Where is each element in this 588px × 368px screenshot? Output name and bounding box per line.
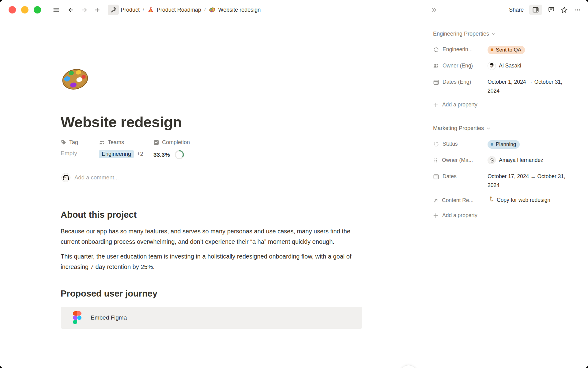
completion-progress-ring (175, 150, 184, 159)
comments-icon[interactable] (548, 6, 555, 13)
close-window-button[interactable] (9, 6, 16, 13)
teams-tag-engineering[interactable]: Engineering (99, 150, 134, 158)
toggle-side-panel-icon[interactable] (529, 5, 542, 15)
paragraph[interactable]: Because our app has so many features, an… (61, 226, 362, 247)
property-tag-value[interactable]: Empty (61, 150, 99, 157)
teams-more-count[interactable]: +2 (137, 151, 143, 157)
property-row-dates[interactable]: Dates October 17, 2024 → October 31, 202… (433, 172, 576, 190)
property-row-dates-eng[interactable]: Dates (Eng) October 1, 2024 → October 31… (433, 78, 576, 95)
property-row-status[interactable]: Status Planning (433, 140, 576, 150)
property-label: Status (443, 140, 458, 148)
property-value-cell[interactable]: Planning (488, 140, 520, 149)
property-label-cell[interactable]: Dates (Eng) (433, 78, 488, 86)
property-row-content-refresh[interactable]: Content Re... Copy for web redesign (433, 196, 576, 206)
forward-icon[interactable] (79, 5, 89, 15)
avatar (61, 173, 70, 182)
marketing-properties-header[interactable]: Marketing Properties (433, 125, 576, 132)
calendar-icon (433, 174, 439, 180)
status-badge[interactable]: Sent to QA (488, 46, 525, 54)
comment-placeholder: Add a comment... (74, 174, 119, 181)
property-value-cell[interactable]: Ai Sasaki (488, 61, 521, 70)
property-label-cell[interactable]: Owner (Ma... (433, 156, 488, 165)
page-title[interactable]: Website redesign (61, 113, 362, 131)
property-row-engineering-status[interactable]: Engineerin... Sent to QA (433, 45, 576, 55)
add-property-button[interactable]: Add a property (433, 102, 576, 108)
collapse-sidebar-icon[interactable] (431, 6, 437, 13)
property-label: Engineerin... (443, 45, 473, 54)
breadcrumb-separator: / (143, 7, 144, 13)
comment-input-row[interactable]: Add a comment... (61, 168, 362, 187)
paragraph[interactable]: This quarter, the user education team is… (61, 251, 362, 272)
notion-ai-button[interactable] (400, 365, 417, 368)
property-label-cell[interactable]: Engineerin... (433, 45, 488, 54)
property-label: Teams (108, 139, 124, 146)
breadcrumb-label: Product (121, 7, 140, 13)
tent-icon (147, 6, 154, 13)
status-spinner-icon (433, 141, 439, 147)
property-label: Dates (Eng) (443, 78, 471, 86)
property-tag[interactable]: Tag (61, 139, 99, 146)
section-heading-about[interactable]: About this project (61, 210, 362, 220)
share-button[interactable]: Share (509, 7, 524, 13)
divider (61, 188, 362, 188)
back-icon[interactable] (66, 5, 76, 15)
linked-page-title[interactable]: Copy for web redesign (497, 196, 550, 204)
breadcrumb-item-product-roadmap[interactable]: Product Roadmap (145, 5, 203, 14)
tag-icon (61, 140, 66, 145)
property-label-cell[interactable]: Owner (Eng) (433, 61, 488, 70)
properties-sidebar: Share Engineering Properties (423, 0, 588, 368)
property-completion[interactable]: Completion (153, 139, 190, 146)
page-icon-palette[interactable] (61, 64, 89, 93)
property-value-cell[interactable]: Copy for web redesign (488, 196, 550, 204)
property-value-cell[interactable]: October 1, 2024 → October 31, 2024 (488, 78, 567, 95)
chart-icon (153, 140, 159, 145)
status-badge[interactable]: Planning (488, 140, 520, 149)
arrow-up-right-icon (433, 198, 439, 203)
drag-dots-icon (433, 158, 439, 163)
property-label-cell[interactable]: Status (433, 140, 488, 148)
property-teams[interactable]: Teams (99, 139, 153, 146)
property-completion-value[interactable]: 33.3% (153, 150, 190, 159)
traffic-lights (9, 6, 41, 13)
wrench-icon[interactable] (108, 5, 119, 15)
property-teams-value[interactable]: Engineering +2 (99, 150, 153, 158)
status-text: Planning (496, 141, 516, 148)
property-label-cell[interactable]: Content Re... (433, 196, 488, 205)
people-icon (99, 140, 105, 146)
sidebar-top-bar: Share (423, 0, 588, 20)
plus-icon (433, 102, 439, 108)
avatar (488, 62, 496, 70)
property-label: Owner (Ma... (442, 156, 473, 165)
add-property-button[interactable]: Add a property (433, 212, 576, 219)
minimize-window-button[interactable] (21, 6, 28, 13)
breadcrumb-item-website-redesign[interactable]: Website redesign (207, 5, 263, 14)
new-page-icon[interactable] (92, 5, 102, 15)
page-content-area: Website redesign Tag Empty (0, 20, 423, 368)
breadcrumb-label: Website redesign (218, 7, 261, 13)
property-label-cell[interactable]: Dates (433, 172, 488, 181)
add-property-label: Add a property (442, 212, 477, 219)
section-heading-journey[interactable]: Proposed user journey (61, 289, 362, 299)
status-dot (491, 48, 493, 51)
favorite-star-icon[interactable] (560, 6, 568, 14)
status-text: Sent to QA (496, 46, 521, 53)
section-title: Marketing Properties (433, 125, 484, 132)
property-value-cell[interactable]: Sent to QA (488, 45, 525, 54)
palette-icon (209, 6, 216, 13)
more-options-icon[interactable] (574, 6, 581, 14)
chevron-down-icon (492, 32, 496, 36)
people-icon (433, 63, 439, 69)
calendar-icon (433, 79, 439, 85)
breadcrumb-item-product[interactable]: Product (119, 6, 141, 14)
property-row-owner-eng[interactable]: Owner (Eng) Ai Sasaki (433, 61, 576, 71)
figma-embed-block[interactable]: Embed Figma (61, 307, 362, 329)
property-label: Tag (69, 139, 78, 146)
zoom-window-button[interactable] (34, 6, 41, 13)
property-label: Dates (443, 172, 457, 181)
engineering-properties-header[interactable]: Engineering Properties (433, 31, 576, 37)
property-value-cell[interactable]: Amaya Hernandez (488, 156, 543, 165)
property-row-owner-marketing[interactable]: Owner (Ma... Amaya Hernandez (433, 156, 576, 166)
menu-icon[interactable] (51, 5, 61, 15)
property-value-cell[interactable]: October 17, 2024 → October 31, 2024 (488, 172, 567, 190)
completion-percent: 33.3% (153, 151, 170, 158)
